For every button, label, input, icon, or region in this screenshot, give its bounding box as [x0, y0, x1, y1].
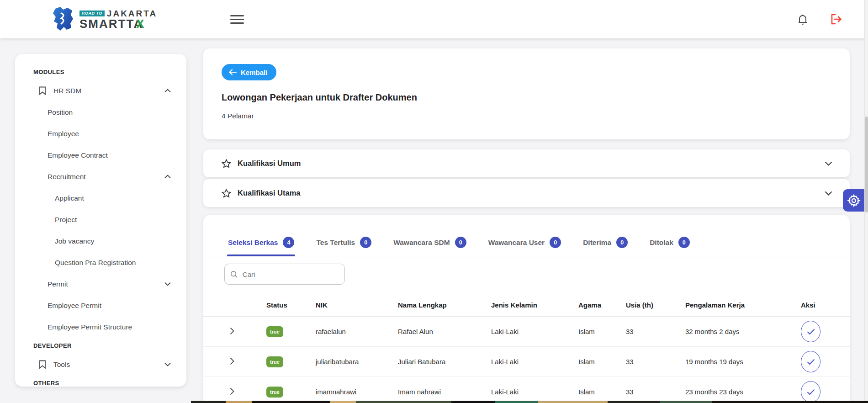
smarttax-label: SMARTTAX [79, 18, 157, 30]
sidebar-item-hr-sdm[interactable]: HR SDM [15, 80, 186, 101]
cell-nik: juliaribatubara [316, 347, 398, 377]
table-row: true imamnahrawi Imam nahrawi Laki-Laki … [203, 377, 850, 403]
check-icon [807, 329, 815, 335]
col-agama: Agama [578, 301, 626, 317]
sidebar-item-employee-contract[interactable]: Employee Contract [15, 144, 186, 166]
logout-icon [830, 13, 842, 26]
settings-fab[interactable] [843, 189, 864, 212]
sidebar-section-others: OTHERS [15, 375, 186, 387]
tab-wawancara-sdm[interactable]: Wawancara SDM0 [393, 237, 466, 256]
cell-usia: 33 [626, 377, 685, 403]
chevron-up-icon [164, 175, 171, 179]
menu-icon[interactable] [230, 13, 244, 26]
green-check-glyph: X [136, 17, 145, 31]
gear-icon [847, 194, 861, 207]
table-row: true juliaribatubara Juliari Batubara La… [203, 347, 850, 377]
sidebar-item-position[interactable]: Position [15, 101, 186, 123]
applicants-card: Seleksi Berkas4 Tes Tertulis0 Wawancara … [203, 215, 850, 403]
notifications-button[interactable] [797, 13, 809, 26]
col-pengalaman-kerja: Pengalaman Kerja [685, 301, 801, 317]
col-jenis-kelamin: Jenis Kelamin [491, 301, 578, 317]
main-content: Kembali Lowongan Pekerjaan untuk Drafter… [203, 38, 850, 403]
cell-agama: Islam [578, 347, 626, 377]
chevron-down-icon [164, 362, 171, 366]
stage-tabs: Seleksi Berkas4 Tes Tertulis0 Wawancara … [203, 215, 850, 256]
tab-count-badge: 4 [283, 237, 294, 248]
col-usia: Usia (th) [626, 301, 685, 317]
tab-count-badge: 0 [678, 237, 690, 248]
cell-pengalaman: 32 months 2 days [685, 317, 801, 347]
sidebar-item-question-pra-registration[interactable]: Question Pra Registration [15, 252, 186, 273]
star-icon [222, 159, 231, 168]
scrollbar-thumb[interactable] [865, 117, 868, 212]
cell-nama: Imam nahrawi [398, 377, 491, 403]
expand-row-chevron-icon[interactable] [230, 327, 234, 335]
cell-usia: 33 [626, 317, 685, 347]
approve-button[interactable] [801, 321, 820, 342]
tab-tes-tertulis[interactable]: Tes Tertulis0 [316, 237, 371, 256]
road-to-label: ROAD TO [79, 11, 105, 16]
sidebar-item-employee[interactable]: Employee [15, 123, 186, 144]
sidebar-item-tools[interactable]: Tools [15, 354, 186, 375]
top-header: ROAD TO JAKARTA SMARTTAX [0, 0, 868, 38]
bookmark-icon [39, 360, 46, 369]
cell-usia: 33 [626, 347, 685, 377]
bookmark-icon [39, 86, 46, 95]
cell-nama: Juliari Batubara [398, 347, 491, 377]
sidebar-item-project[interactable]: Project [15, 209, 186, 230]
cell-jenis-kelamin: Laki-Laki [491, 377, 578, 403]
col-nik: NIK [316, 301, 398, 317]
status-badge: true [266, 326, 283, 337]
tab-seleksi-berkas[interactable]: Seleksi Berkas4 [228, 237, 294, 256]
tab-diterima[interactable]: Diterima0 [583, 237, 628, 256]
sidebar-item-employee-permit[interactable]: Employee Permit [15, 295, 186, 316]
cell-pengalaman: 19 months 19 days [685, 347, 801, 377]
table-row: true rafaelalun Rafael Alun Laki-Laki Is… [203, 317, 850, 347]
accordion-kualifikasi-utama[interactable]: Kualifikasi Utama [203, 179, 850, 207]
sidebar-item-employee-permit-structure[interactable]: Employee Permit Structure [15, 316, 186, 338]
logout-button[interactable] [830, 13, 842, 26]
approve-button[interactable] [801, 381, 820, 403]
chevron-down-icon [825, 161, 832, 166]
cell-jenis-kelamin: Laki-Laki [491, 347, 578, 377]
status-badge: true [266, 356, 283, 367]
tab-count-badge: 0 [455, 237, 466, 248]
col-aksi: Aksi [801, 301, 850, 317]
arrow-left-icon [229, 69, 237, 75]
bottom-edge-strip [0, 401, 868, 403]
chevron-down-icon [825, 191, 832, 196]
accordion-kualifikasi-umum[interactable]: Kualifikasi Umum [203, 149, 850, 177]
cell-agama: Islam [578, 377, 626, 403]
search-icon [230, 270, 238, 279]
back-button[interactable]: Kembali [222, 64, 276, 80]
applicants-table: Status NIK Nama Lengkap Jenis Kelamin Ag… [203, 301, 850, 403]
jakarta-map-icon [51, 6, 75, 32]
expand-row-chevron-icon[interactable] [230, 357, 234, 365]
tab-count-badge: 0 [616, 237, 628, 248]
col-nama-lengkap: Nama Lengkap [398, 301, 491, 317]
search-input[interactable] [243, 270, 339, 278]
table-header-row: Status NIK Nama Lengkap Jenis Kelamin Ag… [203, 301, 850, 317]
tab-ditolak[interactable]: Ditolak0 [650, 237, 690, 256]
page-title: Lowongan Pekerjaan untuk Drafter Dokumen [222, 92, 831, 103]
star-icon [222, 189, 231, 198]
sidebar-item-recruitment[interactable]: Recruitment [15, 166, 186, 187]
applicant-count: 4 Pelamar [222, 112, 831, 120]
sidebar-item-permit[interactable]: Permit [15, 273, 186, 295]
cell-nama: Rafael Alun [398, 317, 491, 347]
col-status: Status [266, 301, 316, 317]
vacancy-header-card: Kembali Lowongan Pekerjaan untuk Drafter… [203, 48, 850, 139]
approve-button[interactable] [801, 351, 820, 372]
tab-count-badge: 0 [550, 237, 561, 248]
vertical-scrollbar [864, 0, 868, 403]
status-badge: true [266, 387, 283, 398]
sidebar-item-applicant[interactable]: Applicant [15, 187, 186, 209]
expand-row-chevron-icon[interactable] [230, 387, 234, 395]
cell-jenis-kelamin: Laki-Laki [491, 317, 578, 347]
cell-pengalaman: 23 months 23 days [685, 377, 801, 403]
chevron-down-icon [164, 282, 171, 286]
sidebar-item-job-vacancy[interactable]: Job vacancy [15, 230, 186, 252]
sidebar-section-developer: DEVELOPER [15, 338, 186, 354]
tab-wawancara-user[interactable]: Wawancara User0 [488, 237, 561, 256]
check-icon [807, 389, 815, 395]
